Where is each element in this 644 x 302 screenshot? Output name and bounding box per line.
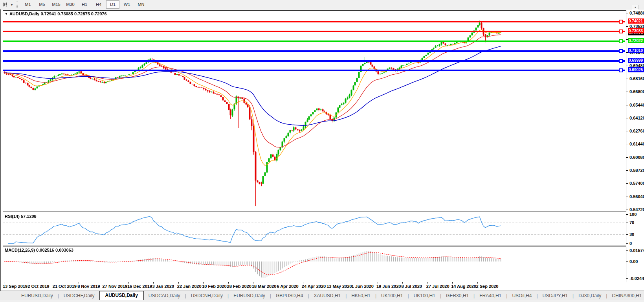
price-tick-label: 0.57400: [629, 181, 644, 186]
chart-tab-xauusd-h1[interactable]: XAUUSD,H1: [309, 292, 345, 300]
timeframe-button-m15[interactable]: M15: [50, 0, 63, 9]
price-tick-label: 0.74880: [629, 11, 644, 15]
macd-tick-mark: [626, 278, 628, 279]
macd-tick-label: -0.024412: [629, 276, 644, 281]
date-tick-label: 18 Mar 2020: [252, 284, 276, 289]
date-tick-mark: [378, 282, 378, 284]
chart-tab-eurusd-daily[interactable]: EURUSD,Daily: [17, 292, 58, 300]
date-tick-mark: [427, 282, 428, 284]
chart-tab-dj30-daily[interactable]: DJ30,Daily: [574, 292, 606, 300]
date-tick-label: 16 Dec 2019: [127, 284, 152, 289]
chart-type-dropdown-caret[interactable]: ▾: [9, 3, 14, 7]
price-tick-mark: [626, 197, 628, 197]
date-tick-label: 19 Jun 2020: [376, 284, 401, 289]
date-tick-label: 1 Jun 2020: [352, 284, 374, 289]
timeframe-button-w1[interactable]: W1: [120, 0, 134, 9]
date-tick-mark: [153, 282, 154, 284]
date-tick-label: 13 May 2020: [327, 284, 352, 289]
price-tick-label: 0.62760: [629, 129, 644, 133]
macd-tick-mark: [626, 261, 628, 262]
hline-price-label[interactable]: 0.71010: [628, 48, 644, 53]
macd-panel: MACD(12,26,9) 0.002516 0.003063: [3, 247, 626, 283]
date-tick-label: 21 Oct 2019: [53, 284, 77, 289]
chart-menu-triangle-icon[interactable]: ▼: [5, 12, 8, 16]
chart-tab-usoil-h4[interactable]: USOil,H4: [507, 292, 536, 300]
rsi-chart-canvas[interactable]: [3, 213, 625, 244]
chart-tab-usdcad-daily[interactable]: USDCAD,Daily: [144, 292, 185, 300]
macd-values: 0.002516 0.003063: [36, 248, 73, 252]
price-tick-mark: [626, 92, 628, 92]
date-tick-mark: [477, 282, 478, 284]
price-tick-mark: [626, 183, 628, 184]
date-tick-label: 6 Apr 2020: [277, 284, 298, 289]
chart-tab-ger30-h1[interactable]: GER30,H1: [441, 292, 473, 300]
timeframe-buttons: M1M5M15M30H1H4D1W1MN: [21, 0, 148, 9]
hline-price-label[interactable]: 0.69999: [628, 58, 644, 63]
date-tick-label: 27 Nov 2019: [103, 284, 128, 289]
timeframe-button-m5[interactable]: M5: [35, 0, 49, 9]
chart-tab-hk50-h1[interactable]: HK50,H1: [347, 292, 375, 300]
date-tick-mark: [328, 282, 328, 284]
rsi-panel: RSI(14) 57.1208: [3, 213, 626, 245]
chart-tab-uk100-h1[interactable]: UK100,H1: [409, 292, 440, 300]
date-tick-mark: [54, 282, 54, 284]
chart-tab-fra40-h1[interactable]: FRA40,H1: [475, 292, 506, 300]
date-tick-label: 22 Jan 2020: [177, 284, 202, 289]
hline-price-label[interactable]: 0.74021: [628, 18, 644, 24]
date-tick-mark: [203, 282, 204, 284]
chart-tab-uk100-h1[interactable]: UK100,H1: [376, 292, 407, 300]
date-tick-mark: [303, 282, 303, 284]
date-axis[interactable]: 13 Sep 20192 Oct 201921 Oct 20198 Nov 20…: [3, 282, 626, 290]
rsi-tick-mark: [626, 223, 628, 223]
price-tick-mark: [626, 170, 628, 171]
rsi-tick-label: 0: [629, 241, 632, 246]
date-tick-label: 2 Oct 2019: [28, 284, 49, 289]
date-tick-label: 14 Aug 2020: [451, 284, 476, 289]
bottom-strip: [0, 300, 644, 302]
chart-tab-usdjpy-h1[interactable]: USDJPY,H1: [538, 292, 572, 300]
timeframe-button-m1[interactable]: M1: [21, 0, 35, 9]
timeframe-button-h1[interactable]: H1: [78, 0, 91, 9]
chart-tab-audusd-daily[interactable]: AUDUSD,Daily: [99, 291, 144, 300]
price-tick-label: 0.64120: [629, 116, 644, 120]
hline-price-label[interactable]: 0.73033: [628, 28, 644, 33]
date-tick-label: 10 Feb 2020: [202, 284, 226, 289]
price-tick-mark: [626, 210, 628, 210]
timeframe-button-h4[interactable]: H4: [92, 0, 105, 9]
chart-tab-usdchf-daily[interactable]: USDCHF,Daily: [59, 292, 99, 300]
macd-tick-label: 0.00: [629, 259, 638, 264]
candlestick-chart-icon[interactable]: [2, 1, 9, 8]
price-tick-mark: [626, 105, 628, 105]
chart-tab-china300-h1[interactable]: CHINA300,H1: [607, 292, 644, 300]
date-tick-mark: [452, 282, 453, 284]
price-tick-label: 0.60080: [629, 155, 644, 160]
timeframe-button-m30[interactable]: M30: [64, 0, 77, 9]
price-tick-mark: [626, 66, 628, 66]
date-tick-mark: [104, 282, 104, 284]
chart-tab-eurusd-daily[interactable]: EURUSD,Daily: [229, 292, 270, 300]
rsi-tick-label: 100: [629, 212, 637, 217]
hline-price-label[interactable]: 0.69025: [628, 67, 644, 72]
timeframe-button-mn[interactable]: MN: [134, 0, 148, 9]
price-tick-label: 0.68160: [629, 76, 644, 81]
chart-ohlc-text: AUDUSD,Daily 0.72941 0.73085 0.72875 0.7…: [9, 11, 107, 16]
candlestick-chart-canvas[interactable]: [3, 11, 625, 211]
chart-tab-gbpusd-h4[interactable]: GBPUSD,H4: [271, 292, 308, 300]
date-tick-mark: [178, 282, 179, 284]
chart-tabs-bar: EURUSD,Daily|USDCHF,DailyAUDUSD,DailyUSD…: [0, 291, 644, 300]
toolbar-grip[interactable]: [17, 2, 18, 8]
macd-label: MACD(12,26,9): [5, 248, 35, 252]
macd-chart-canvas[interactable]: [3, 247, 625, 282]
timeframe-button-d1[interactable]: D1: [106, 0, 119, 9]
chart-tab-usdcnh-daily[interactable]: USDCNH,Daily: [186, 292, 228, 300]
date-tick-label: 8 Nov 2019: [77, 284, 100, 289]
price-tick-mark: [626, 157, 628, 158]
macd-axis: 0.0157410.00-0.024412: [626, 247, 644, 283]
rsi-label: RSI(14): [5, 214, 20, 219]
hline-price-label[interactable]: 0.72022: [628, 38, 644, 43]
date-tick-label: 2 Sep 2020: [476, 284, 499, 289]
date-tick-label: 24 Apr 2020: [302, 284, 326, 289]
date-tick-mark: [79, 282, 79, 284]
date-tick-mark: [402, 282, 403, 284]
rsi-value: 57.1208: [21, 214, 37, 219]
